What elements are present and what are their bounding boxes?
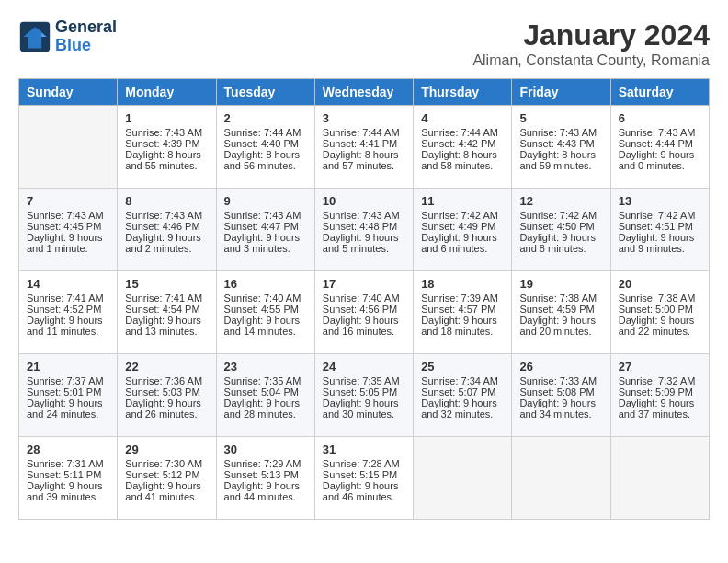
calendar-cell: 27Sunrise: 7:32 AMSunset: 5:09 PMDayligh… bbox=[610, 354, 709, 437]
calendar-cell: 7Sunrise: 7:43 AMSunset: 4:45 PMDaylight… bbox=[19, 189, 118, 271]
month-title: January 2024 bbox=[472, 18, 710, 52]
daylight-text: Daylight: 8 hours and 57 minutes. bbox=[323, 149, 405, 171]
sunset-text: Sunset: 4:55 PM bbox=[224, 304, 307, 315]
calendar-cell: 2Sunrise: 7:44 AMSunset: 4:40 PMDaylight… bbox=[216, 106, 314, 189]
daylight-text: Daylight: 9 hours and 24 minutes. bbox=[27, 397, 109, 419]
calendar-cell: 9Sunrise: 7:43 AMSunset: 4:47 PMDaylight… bbox=[216, 189, 314, 271]
week-row-5: 28Sunrise: 7:31 AMSunset: 5:11 PMDayligh… bbox=[19, 437, 710, 520]
calendar-table: SundayMondayTuesdayWednesdayThursdayFrid… bbox=[18, 78, 710, 520]
calendar-cell: 14Sunrise: 7:41 AMSunset: 4:52 PMDayligh… bbox=[19, 271, 118, 354]
calendar-cell: 26Sunrise: 7:33 AMSunset: 5:08 PMDayligh… bbox=[512, 354, 610, 437]
calendar-cell: 20Sunrise: 7:38 AMSunset: 5:00 PMDayligh… bbox=[610, 271, 709, 354]
daylight-text: Daylight: 9 hours and 9 minutes. bbox=[619, 232, 701, 254]
calendar-cell: 16Sunrise: 7:40 AMSunset: 4:55 PMDayligh… bbox=[216, 271, 314, 354]
calendar-cell: 25Sunrise: 7:34 AMSunset: 5:07 PMDayligh… bbox=[414, 354, 512, 437]
col-header-friday: Friday bbox=[512, 79, 610, 106]
header-row: SundayMondayTuesdayWednesdayThursdayFrid… bbox=[19, 79, 710, 106]
sunset-text: Sunset: 4:51 PM bbox=[619, 221, 701, 232]
sunrise-text: Sunrise: 7:33 AM bbox=[519, 375, 602, 386]
sunrise-text: Sunrise: 7:43 AM bbox=[519, 127, 602, 138]
sunset-text: Sunset: 5:00 PM bbox=[619, 304, 701, 315]
sunset-text: Sunset: 4:56 PM bbox=[323, 304, 405, 315]
calendar-cell: 4Sunrise: 7:44 AMSunset: 4:42 PMDaylight… bbox=[414, 106, 512, 189]
sunset-text: Sunset: 5:12 PM bbox=[125, 469, 208, 480]
sunrise-text: Sunrise: 7:40 AM bbox=[323, 293, 405, 304]
day-number: 10 bbox=[323, 194, 405, 208]
day-number: 5 bbox=[519, 111, 602, 125]
logo-text-line2: Blue bbox=[55, 37, 117, 55]
sunrise-text: Sunrise: 7:30 AM bbox=[125, 458, 208, 469]
day-number: 1 bbox=[125, 111, 208, 125]
sunset-text: Sunset: 4:44 PM bbox=[619, 138, 701, 149]
sunrise-text: Sunrise: 7:42 AM bbox=[519, 210, 602, 221]
calendar-cell bbox=[512, 437, 610, 520]
sunset-text: Sunset: 5:03 PM bbox=[125, 386, 208, 397]
day-number: 20 bbox=[619, 277, 701, 291]
daylight-text: Daylight: 9 hours and 13 minutes. bbox=[125, 315, 208, 337]
sunset-text: Sunset: 4:41 PM bbox=[323, 138, 405, 149]
sunrise-text: Sunrise: 7:44 AM bbox=[323, 127, 405, 138]
daylight-text: Daylight: 9 hours and 2 minutes. bbox=[125, 232, 208, 254]
sunset-text: Sunset: 5:15 PM bbox=[323, 469, 405, 480]
daylight-text: Daylight: 9 hours and 14 minutes. bbox=[224, 315, 307, 337]
day-number: 22 bbox=[125, 360, 208, 373]
sunrise-text: Sunrise: 7:41 AM bbox=[27, 293, 109, 304]
location-title: Aliman, Constanta County, Romania bbox=[472, 52, 710, 69]
sunset-text: Sunset: 5:01 PM bbox=[27, 386, 109, 397]
calendar-cell: 15Sunrise: 7:41 AMSunset: 4:54 PMDayligh… bbox=[118, 271, 216, 354]
day-number: 11 bbox=[421, 194, 504, 208]
daylight-text: Daylight: 9 hours and 26 minutes. bbox=[125, 397, 208, 419]
sunrise-text: Sunrise: 7:43 AM bbox=[224, 210, 307, 221]
daylight-text: Daylight: 8 hours and 58 minutes. bbox=[421, 149, 504, 171]
day-number: 14 bbox=[27, 277, 109, 291]
day-number: 21 bbox=[27, 360, 109, 373]
day-number: 2 bbox=[224, 111, 307, 125]
daylight-text: Daylight: 9 hours and 32 minutes. bbox=[421, 397, 504, 419]
week-row-4: 21Sunrise: 7:37 AMSunset: 5:01 PMDayligh… bbox=[19, 354, 710, 437]
sunset-text: Sunset: 5:04 PM bbox=[224, 386, 307, 397]
daylight-text: Daylight: 9 hours and 41 minutes. bbox=[125, 480, 208, 502]
day-number: 3 bbox=[323, 111, 405, 125]
col-header-tuesday: Tuesday bbox=[216, 79, 314, 106]
day-number: 4 bbox=[421, 111, 504, 125]
sunrise-text: Sunrise: 7:42 AM bbox=[619, 210, 701, 221]
daylight-text: Daylight: 9 hours and 37 minutes. bbox=[619, 397, 701, 419]
sunrise-text: Sunrise: 7:31 AM bbox=[27, 458, 109, 469]
sunrise-text: Sunrise: 7:39 AM bbox=[421, 293, 504, 304]
sunset-text: Sunset: 4:57 PM bbox=[421, 304, 504, 315]
page-header: General Blue January 2024 Aliman, Consta… bbox=[18, 18, 710, 69]
sunrise-text: Sunrise: 7:43 AM bbox=[27, 210, 109, 221]
day-number: 19 bbox=[519, 277, 602, 291]
daylight-text: Daylight: 9 hours and 28 minutes. bbox=[224, 397, 307, 419]
day-number: 24 bbox=[323, 360, 405, 373]
calendar-cell: 30Sunrise: 7:29 AMSunset: 5:13 PMDayligh… bbox=[216, 437, 314, 520]
week-row-1: 1Sunrise: 7:43 AMSunset: 4:39 PMDaylight… bbox=[19, 106, 710, 189]
calendar-cell: 29Sunrise: 7:30 AMSunset: 5:12 PMDayligh… bbox=[118, 437, 216, 520]
logo-text-line1: General bbox=[55, 18, 117, 37]
day-number: 25 bbox=[421, 360, 504, 373]
calendar-cell: 12Sunrise: 7:42 AMSunset: 4:50 PMDayligh… bbox=[512, 189, 610, 271]
day-number: 16 bbox=[224, 277, 307, 291]
calendar-cell: 1Sunrise: 7:43 AMSunset: 4:39 PMDaylight… bbox=[118, 106, 216, 189]
daylight-text: Daylight: 8 hours and 55 minutes. bbox=[125, 149, 208, 171]
calendar-cell: 19Sunrise: 7:38 AMSunset: 4:59 PMDayligh… bbox=[512, 271, 610, 354]
sunrise-text: Sunrise: 7:37 AM bbox=[27, 375, 109, 386]
sunset-text: Sunset: 5:11 PM bbox=[27, 469, 109, 480]
calendar-cell bbox=[610, 437, 709, 520]
sunrise-text: Sunrise: 7:43 AM bbox=[323, 210, 405, 221]
calendar-cell: 10Sunrise: 7:43 AMSunset: 4:48 PMDayligh… bbox=[314, 189, 413, 271]
sunrise-text: Sunrise: 7:43 AM bbox=[619, 127, 701, 138]
sunrise-text: Sunrise: 7:32 AM bbox=[619, 375, 701, 386]
daylight-text: Daylight: 9 hours and 34 minutes. bbox=[519, 397, 602, 419]
sunset-text: Sunset: 4:48 PM bbox=[323, 221, 405, 232]
daylight-text: Daylight: 8 hours and 56 minutes. bbox=[224, 149, 307, 171]
sunrise-text: Sunrise: 7:28 AM bbox=[323, 458, 405, 469]
sunset-text: Sunset: 4:47 PM bbox=[224, 221, 307, 232]
daylight-text: Daylight: 9 hours and 30 minutes. bbox=[323, 397, 405, 419]
daylight-text: Daylight: 9 hours and 18 minutes. bbox=[421, 315, 504, 337]
logo: General Blue bbox=[18, 18, 117, 55]
sunset-text: Sunset: 4:59 PM bbox=[519, 304, 602, 315]
daylight-text: Daylight: 9 hours and 8 minutes. bbox=[519, 232, 602, 254]
daylight-text: Daylight: 9 hours and 44 minutes. bbox=[224, 480, 307, 502]
sunset-text: Sunset: 4:50 PM bbox=[519, 221, 602, 232]
